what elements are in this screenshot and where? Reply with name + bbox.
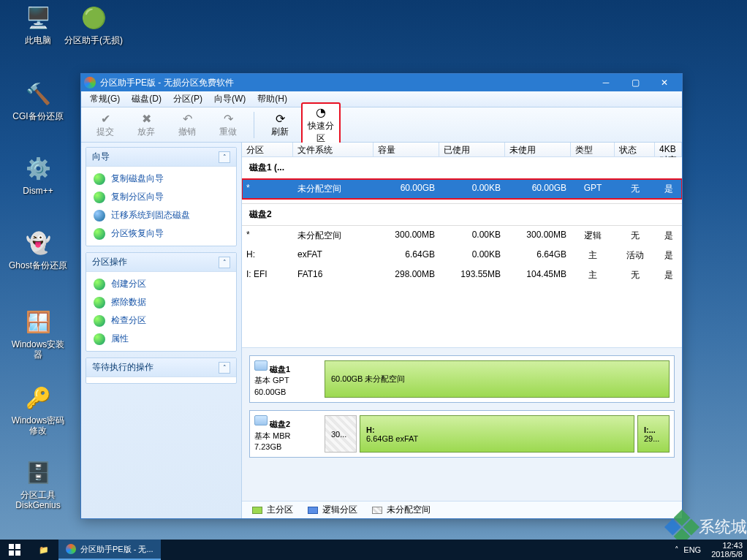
column-header-cell[interactable]: 类型	[571, 143, 615, 156]
toolbar-button-提交: ✔ 提交	[86, 109, 125, 140]
menu-item[interactable]: 常规(G)	[84, 91, 126, 107]
chevron-up-icon[interactable]: ˄	[219, 257, 230, 268]
desktop-icon-label: 分区工具DiskGenius	[9, 490, 67, 511]
sidebar-item[interactable]: 复制分区向导	[86, 188, 236, 206]
desktop-icon[interactable]: 🖥️ 此电脑	[9, 3, 67, 45]
toolbar-button-刷新[interactable]: ⟳ 刷新	[260, 109, 300, 140]
partition-segment[interactable]: 30...	[325, 415, 357, 453]
menu-item[interactable]: 磁盘(D)	[126, 91, 167, 107]
menu-item[interactable]: 帮助(H)	[251, 91, 293, 107]
panel-header[interactable]: 等待执行的操作˄	[86, 358, 236, 377]
partition-row[interactable]: I: EFIFAT16298.00MB193.55MB104.45MB主无是	[242, 265, 682, 285]
sidebar-item[interactable]: 擦除数据	[86, 293, 236, 311]
toolbar-icon: ↷	[209, 111, 247, 126]
desktop-glyph-icon: 🪟	[23, 307, 53, 336]
desktop-icon[interactable]: 🗄️ 分区工具DiskGenius	[9, 458, 67, 511]
legend-item: 逻辑分区	[308, 504, 357, 516]
toolbar-label: 撤销	[168, 126, 206, 138]
tray-lang[interactable]: ENG	[683, 545, 701, 554]
desktop-icon[interactable]: 🪟 Windows安装器	[9, 307, 67, 360]
desktop-icon[interactable]: 🔑 Windows密码修改	[9, 383, 67, 436]
desktop-icon[interactable]: 🔨 CGI备份还原	[9, 79, 67, 121]
sidebar-item-icon	[94, 279, 105, 290]
tray-up-icon[interactable]: ˄	[675, 545, 679, 555]
menu-item[interactable]: 分区(P)	[167, 91, 208, 107]
taskbar-clock[interactable]: 12:43 2018/5/8	[707, 541, 747, 559]
app-window: 分区助手PE版 - 无损分区免费软件 ─ ▢ ✕ 常规(G)磁盘(D)分区(P)…	[80, 73, 683, 519]
partition-row[interactable]: H:exFAT6.64GB0.00KB6.64GB主活动是	[242, 246, 682, 265]
desktop-glyph-icon: 🔨	[23, 79, 53, 108]
sidebar-item-label: 创建分区	[111, 278, 146, 290]
disk-header[interactable]: 磁盘2	[242, 203, 682, 226]
legend-swatch	[308, 507, 318, 514]
column-header-cell[interactable]: 未使用	[505, 143, 571, 156]
column-header-cell[interactable]: 文件系统	[293, 143, 374, 156]
menubar: 常规(G)磁盘(D)分区(P)向导(W)帮助(H)	[81, 91, 682, 107]
column-header-cell[interactable]: 已使用	[439, 143, 505, 156]
sidebar-item-label: 属性	[111, 333, 129, 345]
toolbar-button-重做: ↷ 重做	[208, 109, 248, 140]
taskbar-task[interactable]: 分区助手PE版 - 无...	[58, 540, 161, 560]
svg-rect-0	[9, 544, 14, 549]
sidebar-item-label: 迁移系统到固态磁盘	[111, 209, 190, 222]
legend-item: 主分区	[252, 504, 293, 516]
toolbar-icon: ◔	[304, 105, 338, 120]
sidebar-panel: 等待执行的操作˄	[86, 357, 237, 384]
sidebar-panel: 分区操作˄ 创建分区 擦除数据 检查分区 属性	[86, 252, 237, 352]
desktop-icon[interactable]: 🟢 分区助手(无损)	[64, 3, 123, 45]
disk-info[interactable]: 磁盘1基本 GPT60.00GB	[254, 360, 317, 398]
panel-header[interactable]: 向导˄	[86, 148, 236, 167]
chevron-up-icon[interactable]: ˄	[219, 362, 230, 374]
disk-icon	[254, 415, 268, 425]
column-header-cell[interactable]: 4KB对齐	[655, 143, 682, 156]
sidebar-item[interactable]: 属性	[86, 330, 236, 348]
sidebar-item[interactable]: 复制磁盘向导	[86, 170, 236, 188]
taskbar-explorer-icon[interactable]: 📁	[29, 540, 58, 560]
partition-row[interactable]: *未分配空间300.00MB0.00KB300.00MB逻辑无是	[242, 226, 682, 246]
titlebar[interactable]: 分区助手PE版 - 无损分区免费软件 ─ ▢ ✕	[81, 74, 682, 91]
toolbar-button-快速分区[interactable]: ◔ 快速分区	[301, 102, 341, 148]
disk-header[interactable]: 磁盘1 (...	[242, 157, 682, 179]
desktop-glyph-icon: 🔑	[23, 383, 53, 412]
sidebar-item[interactable]: 分区恢复向导	[86, 224, 236, 243]
disk-box: 磁盘2基本 MBR7.23GB30...H:6.64GB exFATI:...2…	[249, 410, 675, 458]
desktop-icon-label: 此电脑	[9, 35, 67, 45]
minimize-button[interactable]: ─	[591, 74, 621, 91]
disk-info[interactable]: 磁盘2基本 MBR7.23GB	[254, 415, 317, 453]
legend-swatch	[372, 507, 382, 514]
partition-segment[interactable]: 60.00GB 未分配空间	[325, 360, 670, 398]
app-icon	[84, 77, 96, 88]
column-header-cell[interactable]: 分区	[242, 143, 293, 156]
sidebar-item-label: 复制磁盘向导	[111, 173, 164, 185]
column-header-cell[interactable]: 状态	[615, 143, 655, 156]
desktop-glyph-icon: 🖥️	[23, 3, 53, 32]
sidebar-item[interactable]: 创建分区	[86, 275, 236, 293]
start-button[interactable]	[0, 540, 29, 560]
system-tray[interactable]: ˄ ENG	[669, 545, 707, 555]
window-title: 分区助手PE版 - 无损分区免费软件	[100, 77, 234, 89]
desktop-icon[interactable]: ⚙️ Dism++	[9, 154, 67, 196]
panel-header[interactable]: 分区操作˄	[86, 253, 236, 272]
menu-item[interactable]: 向导(W)	[208, 91, 251, 107]
sidebar-item[interactable]: 检查分区	[86, 311, 236, 330]
toolbar-icon: ✔	[86, 111, 124, 126]
desktop-icon-label: Windows安装器	[9, 339, 67, 360]
column-header-cell[interactable]: 容量	[374, 143, 439, 156]
partition-segment[interactable]: I:...29...	[637, 415, 670, 453]
sidebar-item[interactable]: 迁移系统到固态磁盘	[86, 206, 236, 224]
partition-segment[interactable]: H:6.64GB exFAT	[360, 415, 634, 453]
close-button[interactable]: ✕	[650, 74, 679, 91]
partition-row[interactable]: *未分配空间60.00GB0.00KB60.00GBGPT无是	[242, 179, 682, 199]
maximize-button[interactable]: ▢	[621, 74, 650, 91]
toolbar: ✔ 提交✖ 放弃↶ 撤销↷ 重做⟳ 刷新◔ 快速分区	[81, 107, 682, 143]
toolbar-label: 重做	[209, 126, 247, 138]
desktop-icon[interactable]: 👻 Ghost备份还原	[9, 228, 67, 270]
toolbar-button-撤销: ↶ 撤销	[167, 109, 207, 140]
svg-rect-3	[15, 550, 20, 556]
desktop-icon-label: Dism++	[9, 186, 67, 196]
chevron-up-icon[interactable]: ˄	[219, 151, 230, 163]
sidebar-item-icon	[94, 315, 105, 327]
sidebar: 向导˄ 复制磁盘向导 复制分区向导 迁移系统到固态磁盘 分区恢复向导分区操作˄ …	[81, 143, 242, 518]
sidebar-item-icon	[94, 333, 105, 345]
main-panel: 分区文件系统容量已使用未使用类型状态4KB对齐 磁盘1 (...*未分配空间60…	[242, 143, 682, 518]
